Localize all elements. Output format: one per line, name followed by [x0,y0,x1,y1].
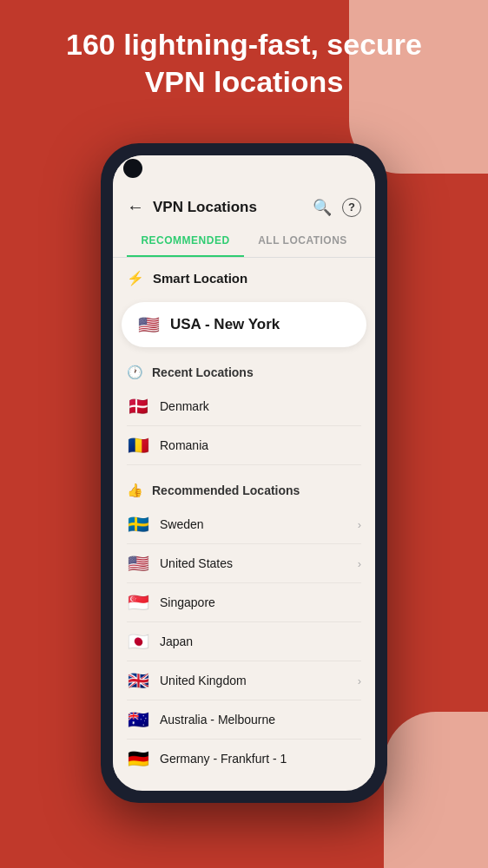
list-item[interactable]: 🇩🇰 Denmark [127,387,361,426]
tab-recommended[interactable]: RECOMMENDED [127,226,244,257]
nav-title: VPN Locations [153,199,313,216]
recent-section-header: 🕐 Recent Locations [127,354,361,387]
tab-all-locations[interactable]: ALL LOCATIONS [244,226,361,257]
location-name: Sweden [160,517,347,531]
recommended-icon: 👍 [127,483,143,498]
phone-screen: ← VPN Locations 🔍 ? RECOMMENDED ALL LOCA… [113,155,375,791]
location-name: United States [160,556,347,570]
location-list: 🕐 Recent Locations 🇩🇰 Denmark 🇷🇴 Romania [113,354,375,778]
list-item[interactable]: 🇩🇪 Germany - Frankfurt - 1 [127,740,361,778]
active-flag: 🇺🇸 [137,314,160,335]
tabs: RECOMMENDED ALL LOCATIONS [113,226,375,258]
bg-accent-bottom-right [384,712,488,868]
list-item[interactable]: 🇦🇺 Australia - Melbourne [127,700,361,740]
list-item[interactable]: 🇸🇬 Singapore [127,583,361,622]
list-item[interactable]: 🇺🇸 United States › [127,544,361,583]
back-button[interactable]: ← [127,197,144,217]
list-item[interactable]: 🇬🇧 United Kingdom › [127,661,361,700]
chevron-right-icon: › [358,518,361,531]
phone-mockup: ← VPN Locations 🔍 ? RECOMMENDED ALL LOCA… [101,143,387,803]
location-name: Germany - Frankfurt - 1 [160,752,361,766]
flag-icon: 🇩🇪 [127,748,149,769]
recommended-section-title: Recommended Locations [152,483,300,497]
location-name: Romania [160,438,361,452]
location-name: Singapore [160,595,361,609]
flag-icon: 🇦🇺 [127,709,149,730]
list-item[interactable]: 🇸🇪 Sweden › [127,505,361,544]
flag-icon: 🇸🇬 [127,592,149,613]
active-location-item[interactable]: 🇺🇸 USA - New York [122,302,366,347]
smart-location-label: Smart Location [153,271,247,286]
list-item[interactable]: 🇯🇵 Japan [127,622,361,661]
flag-icon: 🇷🇴 [127,435,149,456]
recommended-section-header: 👍 Recommended Locations [127,472,361,505]
active-location-name: USA - New York [170,316,280,333]
phone-frame: ← VPN Locations 🔍 ? RECOMMENDED ALL LOCA… [101,143,387,803]
flag-icon: 🇸🇪 [127,514,149,535]
screen-content: ← VPN Locations 🔍 ? RECOMMENDED ALL LOCA… [113,155,375,791]
location-name: Australia - Melbourne [160,713,361,727]
flag-icon: 🇯🇵 [127,631,149,652]
search-button[interactable]: 🔍 [313,198,332,217]
header-title: 160 lightning-fast, secure VPN locations [0,26,488,100]
chevron-right-icon: › [358,557,361,570]
location-name: Japan [160,635,361,648]
location-name: United Kingdom [160,674,347,687]
chevron-right-icon: › [358,674,361,687]
lightning-icon: ⚡ [127,270,144,286]
list-item[interactable]: 🇷🇴 Romania [127,426,361,465]
flag-icon: 🇺🇸 [127,553,149,574]
flag-icon: 🇩🇰 [127,396,149,417]
location-name: Denmark [160,399,361,413]
nav-icons: 🔍 ? [313,198,361,217]
phone-camera [123,159,142,178]
recent-icon: 🕐 [127,365,143,380]
nav-bar: ← VPN Locations 🔍 ? [113,155,375,226]
smart-location-row[interactable]: ⚡ Smart Location [113,258,375,299]
recent-section-title: Recent Locations [152,365,254,379]
help-button[interactable]: ? [342,198,361,217]
flag-icon: 🇬🇧 [127,670,149,691]
